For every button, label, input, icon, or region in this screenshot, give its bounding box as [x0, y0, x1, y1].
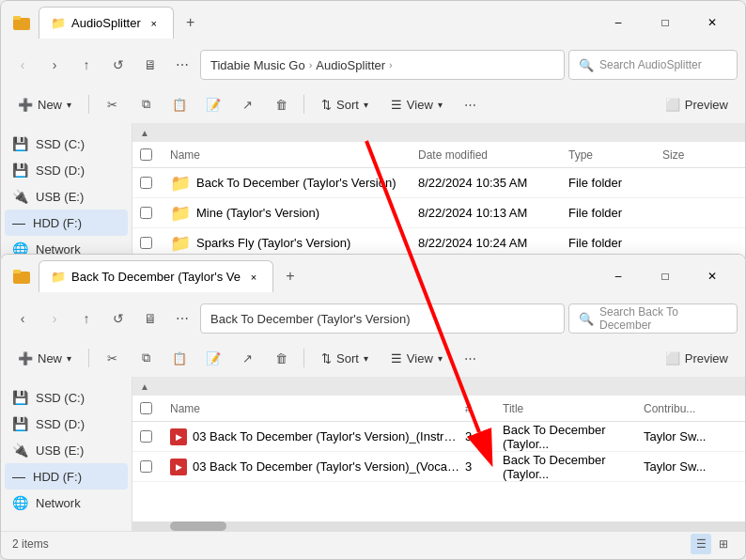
horizontal-scrollbar[interactable]: [132, 521, 745, 531]
hdd-f-icon: —: [12, 215, 25, 230]
table-row[interactable]: ▶ 03 Back To December (Taylor's Version)…: [132, 422, 745, 452]
row-check-mp3-2[interactable]: [140, 460, 166, 473]
new-btn-2[interactable]: ➕ New ▾: [8, 343, 81, 373]
rename-btn-2[interactable]: 📝: [198, 343, 228, 373]
new-tab-btn-1[interactable]: +: [178, 9, 204, 36]
breadcrumb-2[interactable]: Back To December (Taylor's Version): [200, 303, 565, 334]
maximize-btn-1[interactable]: □: [644, 8, 687, 38]
col-name-header[interactable]: Name: [166, 148, 418, 162]
usb-e-icon: 🔌: [12, 189, 28, 204]
more-btn-2[interactable]: ⋯: [456, 343, 486, 373]
col-size-header[interactable]: Size: [662, 148, 738, 162]
forward-btn-1[interactable]: ›: [40, 51, 69, 79]
list-view-btn[interactable]: ☰: [691, 534, 711, 554]
row-checkbox-1[interactable]: [140, 177, 152, 189]
delete-btn-2[interactable]: 🗑: [266, 343, 296, 373]
device-btn-2[interactable]: 🖥: [136, 304, 164, 333]
sidebar-item-usb-e[interactable]: 🔌 USB (E:): [5, 183, 128, 210]
up-btn-1[interactable]: ↑: [72, 51, 101, 79]
cut-btn-1[interactable]: ✂: [97, 89, 127, 119]
back-btn-1[interactable]: ‹: [8, 51, 37, 79]
up-btn-2[interactable]: ↑: [72, 304, 101, 333]
tab-back-dec[interactable]: 📁 Back To December (Taylor's Ve ×: [39, 260, 273, 292]
copy-btn-2[interactable]: ⧉: [131, 343, 161, 373]
network-icon-2: 🌐: [12, 495, 28, 510]
scrollbar-thumb[interactable]: [170, 521, 226, 531]
sidebar-item-ssd-d-2[interactable]: 💾 SSD (D:): [5, 411, 128, 437]
search-icon-2: 🔍: [579, 312, 594, 326]
col-contrib-header[interactable]: Contribu...: [644, 402, 738, 415]
dots-btn-1[interactable]: ⋯: [168, 51, 196, 79]
col-name-header-2[interactable]: Name: [166, 402, 465, 415]
refresh-btn-2[interactable]: ↺: [104, 304, 132, 333]
new-tab-btn-2[interactable]: +: [277, 263, 303, 289]
breadcrumb-1[interactable]: Tidabie Music Go › AudioSplitter ›: [200, 50, 565, 80]
paste-btn-2[interactable]: 📋: [164, 343, 194, 373]
col-date-header[interactable]: Date modified: [418, 148, 568, 162]
table-row[interactable]: 📁 Back To December (Taylor's Version) 8/…: [132, 168, 745, 198]
rename-btn-1[interactable]: 📝: [198, 89, 228, 119]
minimize-btn-2[interactable]: –: [597, 261, 640, 291]
row-check-2[interactable]: [140, 207, 166, 219]
search-box-2[interactable]: 🔍 Search Back To December: [568, 303, 738, 334]
row-check-mp3-1[interactable]: [140, 430, 166, 443]
row-check-3[interactable]: [140, 237, 166, 249]
col-num-header[interactable]: #: [465, 402, 503, 415]
tab-audiosplitter[interactable]: 📁 AudioSplitter ×: [39, 7, 174, 39]
sort-btn-1[interactable]: ⇅ Sort ▾: [312, 89, 378, 119]
file-name-2: 📁 Mine (Taylor's Version): [166, 203, 418, 224]
sidebar-2: 💾 SSD (C:) 💾 SSD (D:) 🔌 USB (E:) — HDD (…: [1, 377, 132, 531]
row-checkbox-mp3-1[interactable]: [140, 430, 152, 443]
new-chevron-1: ▾: [67, 100, 71, 110]
tab-close-1[interactable]: ×: [147, 16, 162, 31]
view-btn-1[interactable]: ☰ View ▾: [381, 89, 452, 119]
view-btn-2[interactable]: ☰ View ▾: [381, 343, 452, 373]
table-row[interactable]: 📁 Mine (Taylor's Version) 8/22/2024 10:1…: [132, 198, 745, 228]
grid-view-btn[interactable]: ⊞: [713, 534, 734, 554]
col-type-header[interactable]: Type: [568, 148, 662, 162]
device-btn-1[interactable]: 🖥: [136, 51, 164, 79]
table-row[interactable]: ▶ 03 Back To December (Taylor's Version)…: [132, 452, 745, 482]
minimize-btn-1[interactable]: –: [597, 8, 640, 38]
select-all-checkbox-1[interactable]: [140, 148, 152, 161]
folder-icon-1: 📁: [170, 173, 191, 194]
row-checkbox-2[interactable]: [140, 207, 152, 219]
sidebar-item-ssd-d[interactable]: 💾 SSD (D:): [5, 157, 128, 183]
sidebar-item-ssd-c[interactable]: 💾 SSD (C:): [5, 131, 128, 157]
col-check-header-2[interactable]: [140, 402, 166, 414]
copy-btn-1[interactable]: ⧉: [131, 89, 161, 119]
share-btn-1[interactable]: ↗: [232, 89, 262, 119]
cut-btn-2[interactable]: ✂: [97, 343, 127, 373]
sidebar-item-hdd-f[interactable]: — HDD (F:): [5, 210, 128, 236]
dots-btn-2[interactable]: ⋯: [168, 304, 196, 333]
close-btn-1[interactable]: ✕: [691, 8, 734, 38]
view-chevron-2: ▾: [438, 353, 443, 364]
select-all-checkbox-2[interactable]: [140, 402, 152, 414]
search-box-1[interactable]: 🔍 Search AudioSplitter: [568, 50, 738, 80]
new-btn-1[interactable]: ➕ New ▾: [8, 89, 81, 119]
sidebar-item-ssd-c-2[interactable]: 💾 SSD (C:): [5, 384, 128, 411]
preview-btn-1[interactable]: ⬜ Preview: [656, 89, 738, 119]
sort-arrow-up: ▲: [140, 128, 149, 138]
row-checkbox-mp3-2[interactable]: [140, 460, 152, 473]
preview-btn-2[interactable]: ⬜ Preview: [656, 343, 738, 373]
sort-btn-2[interactable]: ⇅ Sort ▾: [312, 343, 378, 373]
paste-btn-1[interactable]: 📋: [164, 89, 194, 119]
maximize-btn-2[interactable]: □: [644, 261, 687, 291]
tab-close-2[interactable]: ×: [246, 270, 261, 285]
close-btn-2[interactable]: ✕: [691, 261, 734, 291]
col-title-header[interactable]: Title: [503, 402, 644, 415]
share-btn-2[interactable]: ↗: [232, 343, 262, 373]
col-check-header[interactable]: [140, 148, 166, 161]
row-check-1[interactable]: [140, 177, 166, 189]
forward-btn-2[interactable]: ›: [40, 304, 69, 333]
delete-btn-1[interactable]: 🗑: [266, 89, 296, 119]
sidebar-item-network-2[interactable]: 🌐 Network: [5, 490, 128, 516]
refresh-btn-1[interactable]: ↺: [104, 51, 132, 79]
row-checkbox-3[interactable]: [140, 237, 152, 249]
more-btn-1[interactable]: ⋯: [456, 89, 486, 119]
back-btn-2[interactable]: ‹: [8, 304, 37, 333]
sort-label-1: Sort: [336, 98, 359, 112]
sidebar-item-usb-e-2[interactable]: 🔌 USB (E:): [5, 437, 128, 463]
sidebar-item-hdd-f-2[interactable]: — HDD (F:): [5, 463, 128, 490]
